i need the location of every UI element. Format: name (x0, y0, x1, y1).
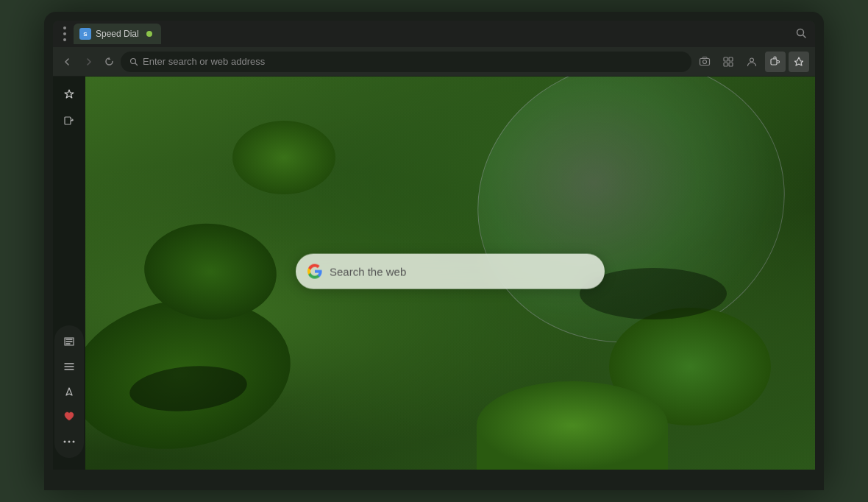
svg-point-16 (64, 441, 66, 443)
svg-point-7 (703, 60, 707, 63)
tab-active-indicator (146, 31, 152, 37)
sidebar-bookmarks[interactable] (57, 82, 81, 106)
search-container: Search the web (296, 254, 605, 289)
svg-rect-12 (729, 63, 733, 66)
vivaldi-menu-button[interactable] (789, 52, 809, 72)
search-bar[interactable]: Search the web (296, 254, 605, 289)
mound-4 (477, 381, 668, 470)
browser-content: Search the web (53, 77, 815, 470)
dot-2 (63, 32, 66, 35)
dot-3 (63, 38, 66, 41)
sidebar-notes[interactable] (57, 330, 81, 353)
sidebar-feeds[interactable] (57, 355, 81, 378)
address-bar: Enter search or web address (53, 47, 815, 77)
svg-line-5 (135, 63, 138, 65)
svg-rect-6 (700, 58, 710, 65)
svg-point-13 (750, 58, 754, 62)
svg-rect-9 (724, 57, 728, 61)
titlebar-search-icon[interactable] (793, 25, 809, 43)
svg-rect-8 (702, 57, 707, 58)
svg-rect-14 (771, 59, 777, 65)
forward-button[interactable] (79, 53, 97, 71)
google-logo-icon (307, 264, 322, 279)
extensions-button[interactable] (765, 52, 786, 72)
sidebar (53, 77, 85, 470)
svg-line-3 (803, 35, 806, 38)
page-content: Search the web (85, 77, 815, 470)
address-bar-actions (694, 52, 809, 72)
svg-rect-10 (729, 57, 733, 61)
account-button[interactable] (741, 52, 762, 72)
url-bar-placeholder: Enter search or web address (143, 56, 683, 67)
window-menu-dots[interactable] (59, 24, 71, 44)
url-search-icon (129, 57, 138, 66)
screenshot-button[interactable] (694, 52, 715, 72)
title-bar: S Speed Dial (53, 21, 815, 47)
svg-point-18 (73, 441, 75, 443)
svg-text:S: S (83, 31, 88, 38)
sidebar-more[interactable] (57, 430, 81, 453)
search-placeholder-text: Search the web (330, 265, 593, 277)
svg-marker-15 (65, 90, 74, 98)
sidebar-extensions[interactable] (57, 109, 81, 132)
speed-dial-tab[interactable]: S Speed Dial (74, 24, 161, 44)
back-button[interactable] (59, 53, 77, 71)
sidebar-navigator[interactable] (57, 380, 81, 403)
svg-point-17 (68, 441, 71, 443)
sidebar-bottom-group (54, 325, 84, 458)
laptop-frame: S Speed Dial (44, 12, 824, 490)
mound-5 (232, 121, 335, 194)
url-bar[interactable]: Enter search or web address (121, 52, 691, 72)
browser-window: S Speed Dial (53, 21, 815, 470)
tab-label: Speed Dial (96, 29, 139, 39)
tab-favicon: S (79, 28, 91, 40)
sidebar-heart[interactable] (57, 405, 81, 428)
svg-rect-11 (724, 63, 728, 66)
dot-1 (63, 26, 66, 29)
reload-button[interactable] (100, 53, 118, 71)
tab-grid-button[interactable] (718, 52, 739, 72)
